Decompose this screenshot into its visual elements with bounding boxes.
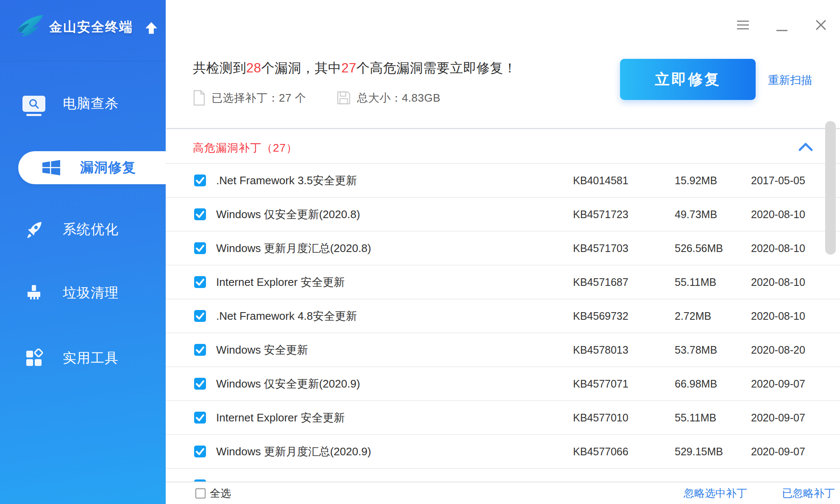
- tools-grid-icon: [24, 349, 44, 368]
- patch-kb: KB4571687: [573, 276, 675, 288]
- sidebar-item-system-optimization[interactable]: 系统优化: [0, 213, 166, 246]
- sidebar-item-label: 漏洞修复: [80, 158, 136, 177]
- bird-logo-icon: [13, 10, 47, 44]
- patch-date: 2020-09-07: [751, 446, 810, 458]
- patch-size: 55.11MB: [675, 276, 751, 288]
- patch-date: 2020-09-07: [751, 378, 810, 390]
- window-controls: [737, 19, 827, 31]
- sidebar-item-computer-scan[interactable]: 电脑查杀: [0, 87, 166, 120]
- patch-date: 2020-08-10: [751, 310, 810, 322]
- patch-checkbox[interactable]: [194, 412, 206, 424]
- table-row: Windows 仅安全更新(2020.8) KB4571723 49.73MB …: [166, 198, 840, 232]
- table-row: Windows 更新月度汇总(2020.8) KB4571703 526.56M…: [166, 232, 840, 266]
- sidebar-item-label: 实用工具: [63, 349, 119, 368]
- patch-date: 2020-08-20: [751, 344, 810, 356]
- total-size-info: 总大小：4.83GB: [337, 91, 440, 105]
- patch-size: 49.73MB: [675, 208, 751, 221]
- patch-name: Windows 仅安全更新(2020.9): [206, 377, 573, 391]
- table-row: Windows 仅安全更新(2020.9) KB4577071 66.98MB …: [166, 367, 840, 401]
- computer-scan-icon: [22, 96, 45, 112]
- patch-kb: KB4577066: [573, 446, 675, 458]
- patch-name: Windows 仅安全更新(2020.8): [206, 207, 573, 222]
- selection-info-row: 已选择补丁：27 个 总大小：4.83GB: [193, 90, 440, 106]
- patch-kb: KB4571723: [573, 208, 675, 221]
- up-arrow-icon[interactable]: [144, 21, 159, 35]
- patch-name: Internet Explorer 安全更新: [206, 275, 573, 290]
- app-logo: 金山安全终端: [13, 10, 159, 44]
- patch-kb: KB4571703: [573, 242, 675, 255]
- sidebar-item-label: 垃圾清理: [63, 284, 119, 302]
- app-window: 金山安全终端 电脑查杀: [0, 0, 840, 504]
- ignore-selected-link[interactable]: 忽略选中补丁: [684, 486, 747, 500]
- ignored-patches-link[interactable]: 已忽略补丁: [782, 486, 835, 500]
- header-divider: [166, 128, 840, 129]
- table-row: Windows 更新月度汇总(2020.9) KB4577066 529.15M…: [166, 435, 840, 469]
- sidebar: 金山安全终端 电脑查杀: [0, 0, 166, 504]
- selected-patches-info: 已选择补丁：27 个: [193, 90, 306, 106]
- total-vulnerability-count: 28: [246, 61, 261, 75]
- high-risk-count: 27: [341, 61, 356, 75]
- patch-size: 526.56MB: [675, 242, 751, 255]
- rocket-icon: [24, 219, 44, 240]
- close-icon[interactable]: [815, 19, 827, 31]
- table-row: .Net Framework 3.5安全更新 KB4014581 15.92MB…: [166, 164, 840, 198]
- patch-kb: KB4578013: [573, 344, 675, 356]
- sidebar-item-utility-tools[interactable]: 实用工具: [0, 342, 166, 375]
- table-row: .Net Framework 4.8安全更新 KB4569732 2.72MB …: [166, 299, 840, 333]
- select-all-checkbox[interactable]: [195, 488, 206, 498]
- table-row: Internet Explorer 安全更新 KB4571687 55.11MB…: [166, 266, 840, 299]
- patch-size: 66.98MB: [675, 378, 751, 390]
- windows-icon: [41, 158, 62, 177]
- patch-kb: KB4569732: [573, 310, 675, 322]
- patch-date: 2020-08-10: [751, 242, 810, 255]
- patch-checkbox[interactable]: [194, 344, 206, 356]
- patch-checkbox[interactable]: [194, 310, 206, 322]
- patch-date: 2020-09-07: [751, 412, 810, 424]
- patch-name: Windows 更新月度汇总(2020.8): [206, 241, 573, 256]
- table-row: Windows 安全更新 KB4578013 53.78MB 2020-08-2…: [166, 333, 840, 367]
- sidebar-item-garbage-cleanup[interactable]: 垃圾清理: [0, 277, 166, 310]
- minimize-icon[interactable]: [776, 19, 788, 31]
- patch-list: .Net Framework 3.5安全更新 KB4014581 15.92MB…: [166, 163, 840, 482]
- collapse-section-button[interactable]: [797, 140, 814, 154]
- sidebar-item-label: 系统优化: [63, 220, 119, 239]
- repair-now-button[interactable]: 立即修复: [620, 59, 756, 100]
- patch-size: 15.92MB: [675, 174, 751, 187]
- patch-checkbox[interactable]: [194, 174, 206, 186]
- patch-kb: KB4577010: [573, 412, 675, 424]
- patch-checkbox[interactable]: [194, 378, 206, 390]
- patch-name: .Net Framework 3.5安全更新: [206, 173, 573, 188]
- table-row-partial: [166, 469, 840, 482]
- main-panel: 共检测到28个漏洞，其中27个高危漏洞需要立即修复！ 已选择补丁：27 个 总大…: [166, 0, 840, 504]
- scan-summary: 共检测到28个漏洞，其中27个高危漏洞需要立即修复！: [193, 59, 517, 77]
- document-icon: [193, 90, 206, 106]
- patch-date: 2020-08-10: [751, 276, 810, 288]
- floppy-disk-icon: [337, 91, 351, 105]
- patch-checkbox[interactable]: [194, 276, 206, 288]
- high-risk-section-title: 高危漏洞补丁（27）: [193, 141, 298, 155]
- patch-kb: KB4014581: [573, 174, 675, 187]
- footer-bar: 全选 忽略选中补丁 已忽略补丁: [166, 482, 840, 504]
- patch-date: 2020-08-10: [751, 208, 810, 221]
- patch-checkbox[interactable]: [194, 446, 206, 457]
- patch-name: .Net Framework 4.8安全更新: [206, 309, 573, 324]
- patch-name: Windows 更新月度汇总(2020.9): [206, 444, 573, 459]
- select-all-label: 全选: [210, 486, 231, 500]
- sidebar-divider: [0, 61, 166, 61]
- hamburger-menu-icon[interactable]: [737, 19, 749, 31]
- table-row: Internet Explorer 安全更新 KB4577010 55.11MB…: [166, 401, 840, 435]
- scrollbar-thumb[interactable]: [825, 121, 836, 255]
- patch-name: Windows 安全更新: [206, 343, 573, 357]
- patch-checkbox[interactable]: [194, 208, 206, 220]
- patch-kb: KB4577071: [573, 378, 675, 390]
- patch-date: 2017-05-05: [751, 174, 810, 187]
- patch-name: Internet Explorer 安全更新: [206, 410, 573, 425]
- patch-size: 55.11MB: [675, 412, 751, 424]
- patch-checkbox[interactable]: [194, 242, 206, 254]
- patch-size: 53.78MB: [675, 344, 751, 356]
- brush-icon: [24, 283, 44, 303]
- patch-size: 2.72MB: [675, 310, 751, 322]
- app-title: 金山安全终端: [49, 18, 133, 36]
- sidebar-item-vulnerability-repair[interactable]: 漏洞修复: [18, 151, 166, 184]
- rescan-link[interactable]: 重新扫描: [768, 73, 812, 88]
